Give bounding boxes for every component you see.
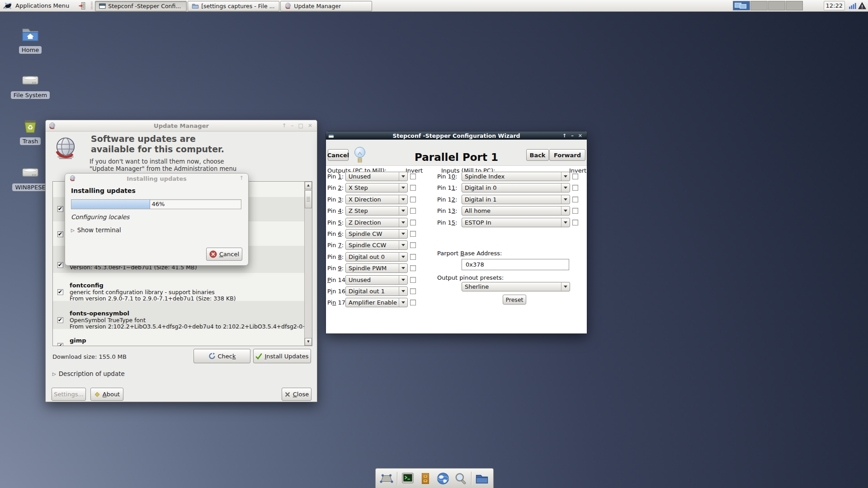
- workspace-4[interactable]: [786, 1, 803, 10]
- pin15-select[interactable]: ESTOP In: [462, 218, 570, 227]
- pin6-select[interactable]: Spindle CW: [345, 229, 408, 239]
- show-terminal-expander[interactable]: Show terminal: [71, 226, 121, 234]
- install-updates-button[interactable]: Install Updates: [253, 349, 311, 363]
- minimize-button[interactable]: –: [571, 133, 574, 139]
- workspace-pager[interactable]: [733, 1, 803, 10]
- pin10-invert-checkbox[interactable]: [572, 174, 578, 179]
- pin4-select[interactable]: Z Step: [345, 206, 408, 216]
- network-signal-icon[interactable]: [849, 2, 856, 9]
- trash-icon: [21, 117, 40, 136]
- package-checkbox[interactable]: [57, 262, 63, 268]
- pin12-invert-checkbox[interactable]: [572, 197, 578, 202]
- package-checkbox[interactable]: [57, 343, 63, 346]
- pin9-select[interactable]: Spindle PWM: [345, 263, 408, 273]
- pin17-select[interactable]: Amplifier Enable: [345, 298, 408, 307]
- pin4-invert-checkbox[interactable]: [410, 208, 416, 214]
- search-launcher[interactable]: [453, 471, 468, 486]
- pin8-invert-checkbox[interactable]: [410, 254, 416, 260]
- check-button[interactable]: Check: [193, 349, 250, 363]
- folder-icon: [192, 2, 199, 9]
- close-button[interactable]: ✕: [308, 122, 312, 129]
- show-desktop-icon: [380, 472, 393, 485]
- updates-heading: Software updates are available for this …: [91, 134, 224, 155]
- settings-button[interactable]: Settings...: [52, 388, 86, 401]
- pin15-invert-checkbox[interactable]: [572, 220, 578, 225]
- package-list-scrollbar[interactable]: ▲ ▼: [304, 182, 312, 346]
- file-manager-launcher[interactable]: [475, 471, 489, 486]
- pin1-invert-checkbox[interactable]: [410, 174, 416, 179]
- chevron-down-icon: [401, 221, 405, 224]
- pinout-preset-select[interactable]: Sherline: [462, 282, 570, 291]
- pin3-select[interactable]: X Direction: [345, 195, 408, 204]
- workspace-1[interactable]: [733, 1, 750, 10]
- taskbar-button-file-manager[interactable]: [settings captures - File ...: [188, 1, 279, 11]
- minimize-button[interactable]: –: [291, 122, 294, 129]
- close-button[interactable]: Close: [282, 388, 311, 401]
- shade-button[interactable]: ↑: [239, 175, 244, 181]
- pin12-select[interactable]: Digital in 1: [462, 195, 570, 204]
- file-cabinet-launcher[interactable]: [418, 471, 433, 486]
- pin14-select[interactable]: Unused: [345, 275, 408, 285]
- pin16-invert-checkbox[interactable]: [410, 288, 416, 294]
- top-panel: Applications Menu Stepconf -Stepper Conf…: [0, 0, 868, 12]
- package-checkbox[interactable]: [57, 289, 63, 295]
- applications-menu-label: Applications Menu: [15, 2, 69, 9]
- package-checkbox[interactable]: [57, 317, 63, 323]
- pin1-select[interactable]: Unused: [345, 172, 408, 181]
- about-button[interactable]: About: [90, 388, 123, 401]
- desktop-icon-file-system[interactable]: File System: [5, 70, 55, 99]
- stepconf-titlebar[interactable]: Stepconf -Stepper Configuration Wizard ↑…: [326, 131, 587, 140]
- desktop-icon-home[interactable]: Home: [5, 25, 55, 54]
- package-checkbox[interactable]: [57, 231, 63, 237]
- scroll-up-button[interactable]: ▲: [305, 182, 312, 189]
- pin11-invert-checkbox[interactable]: [572, 185, 578, 191]
- pin14-invert-checkbox[interactable]: [410, 277, 416, 283]
- checkmark-icon: [255, 353, 262, 360]
- description-expander[interactable]: Description of update: [52, 370, 125, 377]
- taskbar-button-stepconf[interactable]: Stepconf -Stepper Confi...: [95, 1, 187, 11]
- taskbar-button-update-manager[interactable]: Update Manager: [280, 1, 372, 11]
- pin11-select[interactable]: Digital in 0: [462, 183, 570, 192]
- pin13-invert-checkbox[interactable]: [572, 208, 578, 214]
- workspace-3[interactable]: [768, 1, 785, 10]
- forward-button[interactable]: Forward: [549, 149, 585, 161]
- pin5-select[interactable]: Z Direction: [345, 218, 408, 227]
- pin7-invert-checkbox[interactable]: [410, 242, 416, 248]
- pin5-invert-checkbox[interactable]: [410, 220, 416, 225]
- pin6-invert-checkbox[interactable]: [410, 231, 416, 237]
- shade-button[interactable]: ↑: [282, 122, 287, 129]
- pin7-select[interactable]: Spindle CCW: [345, 240, 408, 250]
- warning-icon[interactable]: [858, 2, 866, 10]
- pin13-select[interactable]: All home: [462, 206, 570, 216]
- pin8-select[interactable]: Digital out 0: [345, 252, 408, 262]
- workspace-2[interactable]: [750, 1, 768, 10]
- package-checkbox[interactable]: [57, 206, 63, 212]
- scrollbar-thumb[interactable]: [305, 190, 312, 208]
- back-button[interactable]: Back: [526, 149, 549, 161]
- logout-button[interactable]: [76, 0, 88, 11]
- pin3-invert-checkbox[interactable]: [410, 197, 416, 202]
- terminal-launcher[interactable]: [401, 471, 415, 486]
- update-manager-titlebar[interactable]: Update Manager ↑ – □ ✕: [46, 120, 317, 131]
- maximize-button[interactable]: □: [298, 122, 303, 129]
- pin2-select[interactable]: X Step: [345, 183, 408, 192]
- close-button[interactable]: ✕: [578, 133, 582, 139]
- pin17-invert-checkbox[interactable]: [410, 300, 416, 305]
- pin2-invert-checkbox[interactable]: [410, 185, 416, 191]
- pin16-select[interactable]: Digital out 1: [345, 286, 408, 296]
- shade-button[interactable]: ↑: [562, 133, 566, 139]
- applications-menu-button[interactable]: Applications Menu: [0, 0, 73, 11]
- parport-address-input[interactable]: [462, 259, 569, 270]
- scroll-down-button[interactable]: ▼: [305, 338, 312, 346]
- package-row-fontconfig[interactable]: fontconfig generic font configuration li…: [53, 273, 305, 301]
- dialog-heading: Installing updates: [71, 187, 136, 194]
- preset-button[interactable]: Preset: [503, 295, 526, 305]
- cancel-button[interactable]: Cancel: [206, 248, 242, 261]
- clock[interactable]: 12:22: [824, 1, 845, 10]
- package-row-fonts-opensymbol[interactable]: fonts-opensymbol OpenSymbol TrueType fon…: [53, 301, 305, 329]
- package-row-gimp[interactable]: gimp: [53, 329, 305, 346]
- pin10-select[interactable]: Spindle Index: [462, 172, 570, 181]
- web-browser-launcher[interactable]: [436, 471, 450, 486]
- show-desktop-button[interactable]: [379, 471, 394, 486]
- pin9-invert-checkbox[interactable]: [410, 265, 416, 271]
